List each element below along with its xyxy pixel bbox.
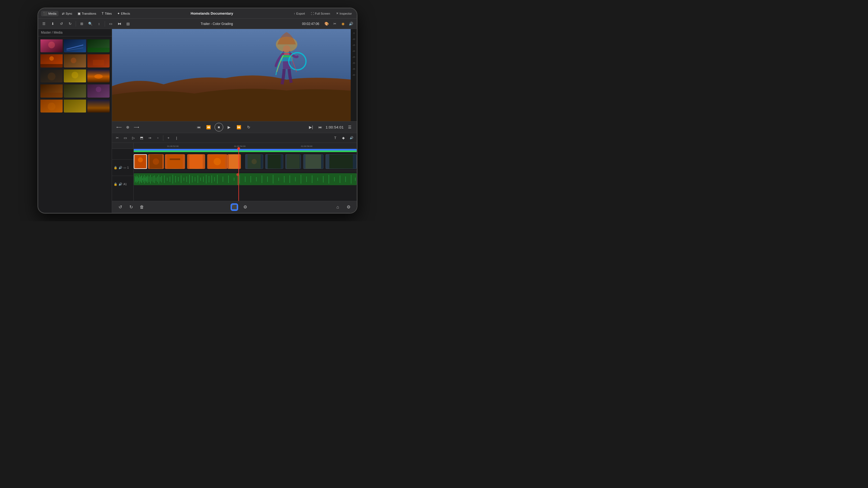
list-item[interactable]: Tradition_07.mp4: [40, 99, 63, 112]
video-clip-1[interactable]: [134, 154, 147, 169]
undo-button[interactable]: ↺: [58, 20, 65, 27]
sync-tab[interactable]: ⇄ Sync: [60, 11, 74, 16]
preferences-button[interactable]: ⚙: [345, 203, 352, 211]
video-clip-11[interactable]: [326, 154, 357, 169]
video-clip-4[interactable]: [187, 154, 205, 169]
export-button[interactable]: ↑ Export: [291, 11, 307, 16]
export-label: Export: [296, 12, 305, 15]
list-item[interactable]: Tradition_07.mp4: [40, 69, 63, 83]
svg-point-36: [283, 45, 290, 53]
list-item[interactable]: Landscape_06.mp4: [87, 38, 110, 52]
sort-button[interactable]: ↕: [95, 20, 102, 27]
track-number: 1: [127, 166, 129, 169]
snap-button[interactable]: |: [173, 134, 180, 141]
video-clip-3[interactable]: [165, 154, 185, 169]
video-clip-8[interactable]: [265, 154, 283, 169]
video-clip-5[interactable]: [207, 154, 227, 169]
undo-bottom-button[interactable]: ↺: [116, 203, 124, 211]
range-tool[interactable]: ▫: [154, 134, 161, 141]
crop-tool[interactable]: ⬒: [138, 134, 145, 141]
time-marker-3: 01:00:56:00: [301, 145, 312, 148]
list-item[interactable]: Landscape_12.mp4: [64, 99, 86, 112]
inspector-label: Inspector: [340, 12, 352, 15]
grid-view-button[interactable]: ⊞: [78, 20, 85, 27]
delete-button[interactable]: 🗑: [138, 203, 146, 211]
volume-button[interactable]: 🔊: [347, 20, 354, 27]
media-tab[interactable]: ⬛ Media: [41, 11, 59, 16]
go-to-start-button[interactable]: ⏮: [195, 123, 203, 131]
zoom-in-timeline[interactable]: +: [165, 134, 172, 141]
settings-bottom-button[interactable]: ⚙: [241, 203, 249, 211]
list-item[interactable]: Tradition_06.mp4: [64, 54, 86, 67]
effects-icon: ✦: [117, 12, 120, 15]
list-item[interactable]: Landscape_01.mp4: [64, 84, 86, 97]
more-options-button[interactable]: ☰: [346, 123, 353, 131]
list-item[interactable]: Interview_010.mp4: [40, 38, 63, 52]
svg-rect-22: [64, 85, 86, 98]
color-wheels-button[interactable]: ◉: [339, 20, 346, 27]
list-item[interactable]: Interview_010.mp4: [40, 54, 63, 67]
transitions-tab[interactable]: ▣ Transitions: [75, 11, 98, 16]
video-clip-9[interactable]: [285, 154, 301, 169]
redo-bottom-button[interactable]: ↻: [127, 203, 135, 211]
svg-point-40: [153, 158, 159, 165]
timeline-view-button[interactable]: ⬛: [230, 203, 238, 211]
list-item[interactable]: Interview_Dusk...: [87, 84, 110, 97]
rewind-button[interactable]: ⏪: [205, 123, 212, 131]
speed-tool[interactable]: ⇒: [146, 134, 153, 141]
transitions-icon: ▣: [78, 12, 81, 15]
timeline-scroll-area[interactable]: 01:00:52:00 01:00:54:00 01:00:56:00: [134, 143, 357, 201]
keyframe-button[interactable]: ◆: [340, 134, 347, 141]
list-item[interactable]: Landscape_12.mp4: [64, 69, 86, 83]
fast-forward-button[interactable]: ⏩: [235, 123, 243, 131]
trim-tool[interactable]: ▷: [130, 134, 137, 141]
import-button[interactable]: ⬇: [49, 20, 56, 27]
audio-track: [134, 171, 357, 187]
list-view-button[interactable]: ▤: [124, 20, 131, 27]
color-board-button[interactable]: 🎨: [323, 20, 330, 27]
clip-view-button[interactable]: ▭: [107, 20, 114, 27]
angle-button[interactable]: ⧓: [116, 20, 123, 27]
end-button[interactable]: ⏭: [316, 123, 324, 131]
connect-button[interactable]: ⊕: [124, 123, 131, 131]
video-frame: [112, 29, 357, 121]
nav-right-group: ↑ Export ⛶ Full Screen ✕ Inspector: [291, 11, 354, 16]
list-item[interactable]: Landscape_03.mp4: [87, 54, 110, 67]
audio-icon: 🔊: [119, 183, 122, 186]
list-item[interactable]: Landscape_24.mp4: [40, 84, 63, 97]
video-clip-6[interactable]: [227, 154, 241, 169]
effects-tab[interactable]: ✦ Effects: [115, 11, 132, 16]
svg-point-197: [236, 173, 239, 176]
play-forward-button[interactable]: ▶: [225, 123, 233, 131]
loop-button[interactable]: ↻: [245, 123, 252, 131]
playback-right-group: 1:00:54:01 ☰: [326, 123, 353, 131]
search-button[interactable]: 🔍: [87, 20, 94, 27]
audio-clip-1[interactable]: [134, 173, 357, 185]
inspector-button[interactable]: ✕ Inspector: [334, 11, 354, 16]
skip-forward-button[interactable]: ▶|: [307, 123, 315, 131]
timeline-ruler: 01:00:52:00 01:00:54:00 01:00:56:00: [134, 143, 357, 148]
titles-tab[interactable]: T Titles: [99, 11, 114, 16]
trim-button[interactable]: ⟵: [115, 123, 123, 131]
insert-button[interactable]: ⟶: [133, 123, 140, 131]
toolbar-right-icons: 🎨 ✂ ◉ 🔊: [323, 20, 354, 27]
redo-button[interactable]: ↻: [66, 20, 73, 27]
list-item[interactable]: Sunrise_04.mp4: [87, 99, 110, 112]
video-clip-7[interactable]: [245, 154, 263, 169]
video-track: [134, 152, 357, 171]
sidebar-toggle[interactable]: ☰: [40, 20, 48, 27]
select-tool[interactable]: ▭: [122, 134, 129, 141]
title-button[interactable]: T: [332, 134, 339, 141]
timecode-display: 00:02:47:06: [302, 22, 319, 26]
video-clip-10[interactable]: [303, 154, 323, 169]
fullscreen-button[interactable]: ⛶ Full Screen: [309, 11, 332, 16]
toolbar-separator-2: [105, 21, 105, 27]
audio-button[interactable]: 🔊: [348, 134, 355, 141]
play-button[interactable]: ■: [215, 123, 223, 131]
crop-button[interactable]: ✂: [331, 20, 338, 27]
blade-tool[interactable]: ✂: [114, 134, 121, 141]
home-button[interactable]: ⌂: [334, 203, 341, 211]
list-item[interactable]: Sunrise_04.mp4: [87, 69, 110, 83]
list-item[interactable]: Landscape_02.mp4: [64, 38, 86, 52]
video-clip-2[interactable]: [148, 154, 164, 169]
